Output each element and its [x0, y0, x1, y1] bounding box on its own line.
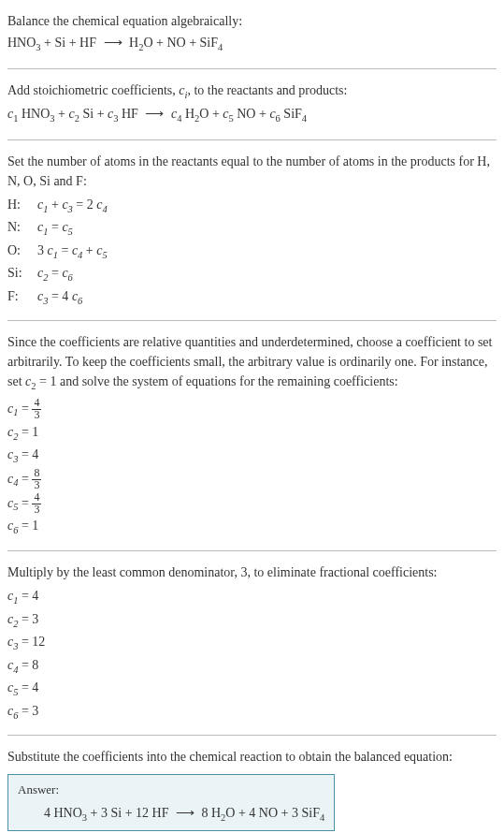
section-lcd: Multiply by the least common denominator… — [7, 559, 497, 727]
answer-box: Answer: 4 HNO3 + 3 Si + 12 HF ⟶ 8 H2O + … — [7, 774, 335, 831]
arrow-icon: ⟶ — [145, 104, 164, 124]
lcd-text: Multiply by the least common denominator… — [7, 563, 497, 582]
unbalanced-equation: HNO3 + Si + HF ⟶ H2O + NO + SiF4 — [7, 33, 497, 55]
product-3: SiF — [200, 36, 218, 50]
reactant-1: HNO — [7, 36, 36, 50]
section-atom-balance: Set the number of atoms in the reactants… — [7, 148, 497, 314]
divider — [7, 735, 497, 736]
balanced-equation: 4 HNO3 + 3 Si + 12 HF ⟶ 8 H2O + 4 NO + 3… — [18, 803, 324, 826]
divider — [7, 320, 497, 321]
substitute-text: Substitute the coefficients into the che… — [7, 747, 497, 767]
coeff-item: c1 = 4 — [7, 586, 497, 608]
atom-row: H:c1 + c3 = 2 c4 — [7, 195, 497, 217]
coeff-item: c4 = 8 — [7, 655, 497, 678]
atom-label: Si: — [7, 263, 30, 285]
atom-equation: c1 + c3 = 2 c4 — [37, 195, 108, 217]
reactant-3: HF — [79, 36, 96, 50]
coeff-item: c3 = 4 — [7, 445, 497, 467]
arrow-icon: ⟶ — [104, 33, 122, 52]
atom-label: F: — [7, 286, 30, 309]
coeff-item: c6 = 1 — [7, 516, 497, 538]
coeff-item: c5 = 4 — [7, 678, 497, 700]
coeff-item: c1 = 43 — [7, 398, 497, 421]
solve-text: Since the coefficients are relative quan… — [7, 332, 497, 394]
atom-label: H: — [7, 195, 30, 217]
intro-text: Balance the chemical equation algebraica… — [7, 11, 497, 31]
atom-label: N: — [7, 217, 30, 240]
coeff-item: c6 = 3 — [7, 701, 497, 723]
product-1a: H — [129, 36, 138, 50]
section-solve: Since the coefficients are relative quan… — [7, 329, 497, 543]
section-answer: Substitute the coefficients into the che… — [7, 743, 497, 833]
coeff-equation: c1 HNO3 + c2 Si + c3 HF ⟶ c4 H2O + c5 NO… — [7, 104, 497, 126]
divider — [7, 68, 497, 69]
section-intro: Balance the chemical equation algebraica… — [7, 7, 497, 61]
coeff-item: c4 = 83 — [7, 468, 497, 491]
atom-balance-table: H:c1 + c3 = 2 c4N:c1 = c5O:3 c1 = c4 + c… — [7, 195, 497, 309]
atom-row: F:c3 = 4 c6 — [7, 286, 497, 309]
section-coefficients: Add stoichiometric coefficients, ci, to … — [7, 77, 497, 132]
coeff-solution-list: c1 = 43c2 = 1c3 = 4c4 = 83c5 = 43c6 = 1 — [7, 398, 497, 538]
atom-row: Si:c2 = c6 — [7, 263, 497, 285]
divider — [7, 139, 497, 140]
atom-equation: c1 = c5 — [37, 217, 73, 240]
atom-row: O:3 c1 = c4 + c5 — [7, 241, 497, 263]
atom-equation: 3 c1 = c4 + c5 — [37, 241, 108, 263]
coeff-item: c5 = 43 — [7, 492, 497, 516]
arrow-icon: ⟶ — [176, 803, 194, 823]
coeff-item: c2 = 1 — [7, 422, 497, 445]
coeff-final-list: c1 = 4c2 = 3c3 = 12c4 = 8c5 = 4c6 = 3 — [7, 586, 497, 723]
atom-equation: c3 = 4 c6 — [37, 286, 82, 309]
atom-balance-text: Set the number of atoms in the reactants… — [7, 152, 497, 191]
coeff-item: c2 = 3 — [7, 609, 497, 632]
product-2: NO — [166, 36, 185, 50]
coeff-intro-text: Add stoichiometric coefficients, ci, to … — [7, 80, 497, 103]
coeff-item: c3 = 12 — [7, 632, 497, 654]
reactant-2: Si — [55, 36, 66, 50]
atom-equation: c2 = c6 — [37, 263, 73, 285]
atom-row: N:c1 = c5 — [7, 217, 497, 240]
answer-label: Answer: — [18, 781, 324, 799]
divider — [7, 550, 497, 551]
atom-label: O: — [7, 241, 30, 263]
